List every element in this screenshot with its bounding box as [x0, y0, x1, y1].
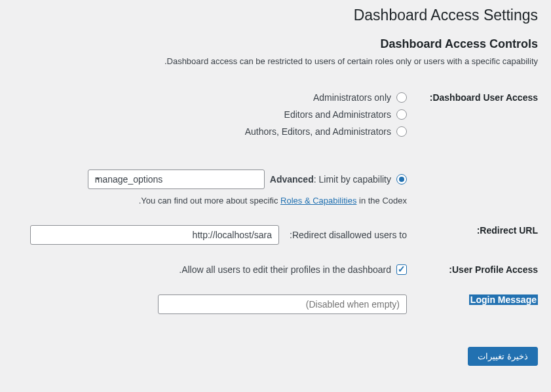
radio-admins-only-label: Administrators only	[313, 92, 391, 103]
capability-select[interactable]: manage_options	[88, 169, 265, 189]
login-message-input[interactable]	[158, 294, 407, 314]
page-title: Dashboard Access Settings	[0, 7, 538, 24]
radio-editors-admins-label: Editors and Administrators	[284, 109, 391, 120]
radio-editors-admins[interactable]	[396, 109, 407, 120]
radio-admins-only[interactable]	[396, 92, 407, 103]
advanced-label: Advanced: Limit by capability	[270, 174, 391, 185]
user-access-label: Dashboard User Access:	[407, 86, 538, 219]
radio-authors-editors-admins[interactable]	[396, 126, 407, 137]
profile-access-label: User Profile Access:	[407, 258, 538, 288]
profile-access-checkbox-label: Allow all users to edit their profiles i…	[179, 264, 391, 275]
section-title: Dashboard Access Controls	[0, 37, 538, 51]
section-description: Dashboard access can be restricted to us…	[0, 56, 538, 66]
roles-capabilities-link[interactable]: Roles & Capabilities	[280, 196, 356, 205]
redirect-url-label: Redirect URL:	[407, 219, 538, 258]
capability-help: You can find out more about specific Rol…	[0, 196, 407, 205]
profile-access-checkbox[interactable]	[396, 264, 407, 275]
redirect-field-label: Redirect disallowed users to:	[290, 230, 407, 240]
login-message-label: Login Message	[469, 294, 538, 305]
radio-advanced[interactable]	[396, 174, 407, 185]
radio-authors-editors-admins-label: Authors, Editors, and Administrators	[245, 126, 391, 137]
redirect-url-input[interactable]	[30, 225, 279, 245]
save-button[interactable]: ذخیرهٔ تغییرات	[468, 347, 538, 366]
